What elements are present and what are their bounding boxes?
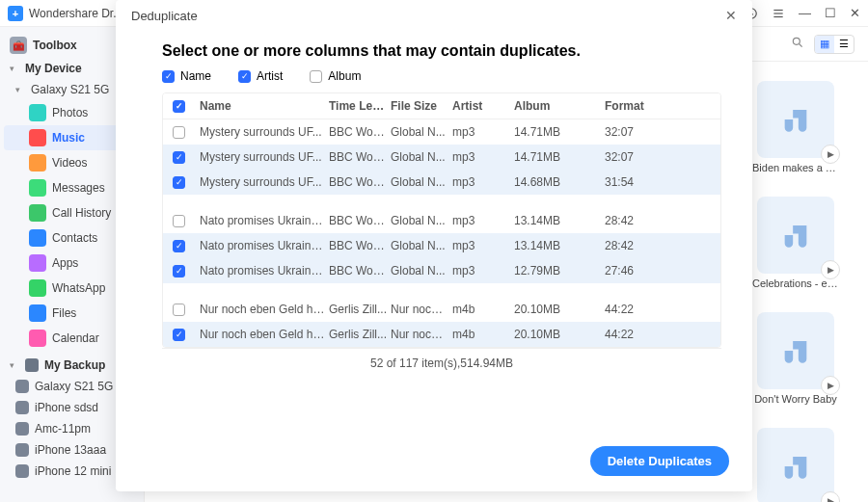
- table-cell: 28:42: [605, 214, 672, 227]
- modal-close-button[interactable]: ✕: [725, 8, 737, 23]
- deduplicate-modal: Deduplicate ✕ Select one or more columns…: [116, 0, 752, 491]
- row-checkbox[interactable]: ✓: [173, 240, 185, 252]
- table-cell: mp3: [452, 175, 510, 189]
- grid-view-button[interactable]: ▦: [815, 36, 834, 53]
- device-icon: [15, 464, 29, 478]
- table-row[interactable]: Nato promises Ukraine...BBC Worl...Globa…: [163, 208, 720, 233]
- sidebar-item-label: Files: [52, 306, 76, 320]
- table-cell: Gerlis Zill...: [329, 328, 387, 341]
- play-icon[interactable]: ▶: [821, 491, 840, 502]
- group-separator: [163, 195, 720, 208]
- table-cell: mp3: [452, 239, 510, 252]
- music-card[interactable]: ▶Don't Worry Baby: [752, 312, 839, 405]
- sidebar-item-label: Videos: [52, 156, 87, 170]
- table-cell: Gerlis Zill...: [329, 303, 387, 316]
- checkbox-icon: ✓: [162, 70, 175, 83]
- column-header: File Size: [391, 99, 448, 113]
- table-cell: Nur noch eben Geld ho...: [200, 303, 325, 316]
- table-row[interactable]: ✓Nato promises Ukraine...BBC Worl...Glob…: [163, 258, 720, 283]
- table-cell: Global N...: [391, 214, 448, 227]
- delete-duplicates-button[interactable]: Delete Duplicates: [590, 446, 729, 476]
- sidebar-item-label: Amc-11pm: [35, 422, 91, 436]
- table-row[interactable]: Mystery surrounds UF...BBC Worl...Global…: [163, 119, 720, 145]
- table-cell: BBC Worl...: [329, 150, 387, 164]
- play-icon[interactable]: ▶: [821, 260, 840, 279]
- column-check-name[interactable]: ✓Name: [162, 69, 211, 83]
- music-card[interactable]: ▶: [752, 428, 839, 502]
- column-check-label: Artist: [257, 69, 283, 83]
- device-icon: [15, 401, 29, 414]
- table-cell: Mystery surrounds UF...: [200, 150, 325, 164]
- search-icon[interactable]: [791, 36, 804, 52]
- device-icon: [15, 422, 29, 436]
- table-cell: 14.71MB: [514, 125, 601, 139]
- music-card[interactable]: ▶Biden makes a s...: [752, 81, 839, 173]
- row-checkbox[interactable]: [173, 126, 185, 139]
- row-checkbox[interactable]: ✓: [173, 265, 185, 277]
- group-separator: [163, 283, 720, 297]
- table-cell: Nur noch ...: [391, 303, 448, 316]
- row-checkbox[interactable]: ✓: [173, 329, 185, 341]
- music-thumbnail: ▶: [757, 312, 834, 389]
- chevron-down-icon: ▾: [10, 360, 19, 370]
- column-header: ✓: [167, 100, 196, 113]
- table-cell: BBC Worl...: [329, 214, 387, 227]
- table-row[interactable]: ✓Mystery surrounds UF...BBC Worl...Globa…: [163, 145, 720, 170]
- category-icon: [29, 204, 46, 222]
- sidebar-item-label: WhatsApp: [52, 281, 105, 295]
- chevron-down-icon: ▾: [15, 85, 25, 94]
- maximize-button[interactable]: ☐: [825, 6, 836, 20]
- sidebar-item-label: Music: [52, 131, 85, 145]
- category-icon: [29, 154, 46, 172]
- select-all-checkbox[interactable]: ✓: [173, 100, 185, 113]
- play-icon[interactable]: ▶: [821, 376, 840, 395]
- table-cell: mp3: [452, 150, 510, 164]
- category-icon: [29, 330, 46, 347]
- sidebar-item-label: Photos: [52, 106, 88, 119]
- table-cell: 44:22: [605, 303, 672, 316]
- row-checkbox[interactable]: [173, 215, 185, 227]
- table-row[interactable]: ✓Nato promises Ukraine...BBC Worl...Glob…: [163, 233, 720, 258]
- minimize-button[interactable]: —: [799, 6, 811, 20]
- view-toggle: ▦ ☰: [814, 35, 854, 54]
- table-cell: BBC Worl...: [329, 175, 387, 189]
- category-icon: [29, 179, 46, 197]
- sidebar-item-label: Apps: [52, 256, 78, 270]
- sidebar-item-label: iPhone sdsd: [35, 401, 98, 414]
- table-row[interactable]: ✓Mystery surrounds UF...BBC Worl...Globa…: [163, 170, 720, 195]
- table-cell: 32:07: [605, 150, 672, 164]
- table-row[interactable]: ✓Nur noch eben Geld ho...Gerlis Zill...N…: [163, 322, 720, 347]
- table-cell: 31:54: [605, 175, 672, 189]
- column-header: Time Len...: [329, 99, 387, 113]
- close-button[interactable]: ✕: [850, 6, 860, 20]
- column-check-label: Name: [180, 69, 211, 83]
- duplicates-table: ✓NameTime Len...File SizeArtistAlbumForm…: [162, 92, 721, 348]
- table-cell: mp3: [452, 125, 510, 139]
- column-check-album[interactable]: Album: [310, 69, 361, 83]
- device-icon: [15, 380, 29, 393]
- table-row[interactable]: Nur noch eben Geld ho...Gerlis Zill...Nu…: [163, 297, 720, 322]
- table-cell: 12.79MB: [514, 264, 601, 277]
- row-checkbox[interactable]: ✓: [173, 151, 185, 164]
- checkbox-icon: ✓: [238, 70, 251, 83]
- play-icon[interactable]: ▶: [821, 145, 840, 164]
- backup-icon: [25, 358, 39, 372]
- table-cell: m4b: [452, 328, 510, 341]
- sidebar-item-label: Galaxy S21 5G: [35, 380, 113, 393]
- table-cell: 20.10MB: [514, 303, 601, 316]
- menu-icon[interactable]: [772, 7, 785, 20]
- music-thumbnail: ▶: [757, 197, 834, 274]
- column-header: Format: [605, 99, 672, 113]
- table-cell: BBC Worl...: [329, 264, 387, 277]
- category-icon: [29, 104, 46, 121]
- list-view-button[interactable]: ☰: [834, 36, 854, 53]
- row-checkbox[interactable]: [173, 304, 185, 316]
- sidebar-label: My Device: [25, 62, 82, 75]
- checkbox-icon: [310, 70, 322, 83]
- sidebar-item-label: Contacts: [52, 231, 97, 245]
- music-card[interactable]: ▶Celebrations - ed...: [752, 197, 839, 289]
- music-card-label: Celebrations - ed...: [752, 277, 839, 289]
- row-checkbox[interactable]: ✓: [173, 176, 185, 189]
- column-check-artist[interactable]: ✓Artist: [238, 69, 283, 83]
- device-icon: [15, 443, 29, 457]
